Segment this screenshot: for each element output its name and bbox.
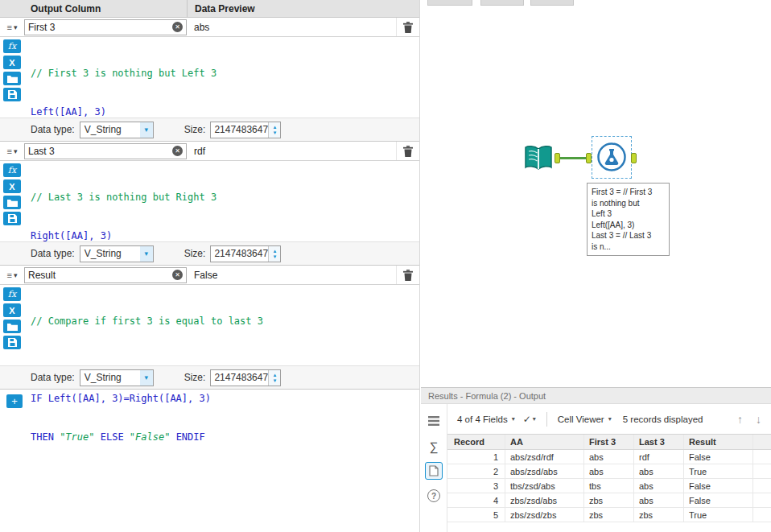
- editor-icon-strip: fx X: [0, 285, 24, 365]
- expression-drag-handle[interactable]: ≡ ▾: [0, 146, 24, 156]
- save-expression-icon[interactable]: [3, 212, 21, 225]
- column-header-last3[interactable]: Last 3: [634, 435, 684, 449]
- check-icon: ✓: [523, 414, 531, 425]
- expression-drag-handle[interactable]: ≡ ▾: [0, 270, 24, 280]
- size-spinner[interactable]: ▴ ▾: [268, 370, 280, 386]
- clear-icon[interactable]: ✕: [172, 146, 183, 156]
- cell-first3[interactable]: abs: [584, 450, 634, 464]
- table-row[interactable]: 4 zbs/zsd/abs zbs abs False: [447, 493, 771, 508]
- connection-line[interactable]: [560, 157, 588, 159]
- help-button[interactable]: ?: [425, 487, 443, 505]
- cell-record[interactable]: 4: [447, 493, 505, 507]
- workflow-canvas[interactable]: First 3 = // First 3 is nothing but Left…: [421, 0, 771, 387]
- variables-icon[interactable]: X: [3, 303, 21, 317]
- toolbar-separator: [546, 412, 547, 427]
- delete-expression-button[interactable]: [397, 270, 419, 281]
- size-input[interactable]: 2147483647 ▴ ▾: [210, 369, 281, 386]
- delete-expression-button[interactable]: [397, 22, 419, 33]
- toolbar-stub: [427, 0, 472, 6]
- cell-result[interactable]: True: [684, 464, 753, 478]
- add-expression-button[interactable]: +: [6, 394, 23, 408]
- expression-editor[interactable]: // Compare if first 3 is equal to last 3…: [24, 285, 419, 365]
- expression-editor[interactable]: // First 3 is nothing but Left 3 Left([A…: [24, 37, 419, 118]
- column-header-aa[interactable]: AA: [505, 435, 584, 449]
- cell-first3[interactable]: zbs: [584, 493, 634, 507]
- cell-first3[interactable]: zbs: [584, 508, 634, 522]
- input-tool-output-anchor[interactable]: [555, 153, 560, 163]
- save-expression-icon[interactable]: [3, 88, 21, 101]
- functions-icon[interactable]: fx: [3, 163, 21, 177]
- table-row[interactable]: 3 tbs/zsd/abs tbs abs False: [447, 479, 771, 493]
- cell-aa[interactable]: zbs/zsd/zbs: [505, 508, 584, 522]
- output-column-input[interactable]: Result ✕: [24, 267, 187, 283]
- functions-icon[interactable]: fx: [3, 287, 21, 301]
- table-row[interactable]: 2 abs/zsd/abs abs abs True: [447, 464, 771, 479]
- cell-aa[interactable]: tbs/zsd/abs: [505, 479, 584, 493]
- cell-last3[interactable]: zbs: [634, 508, 684, 522]
- formula-tool-input-anchor[interactable]: [586, 153, 592, 163]
- cell-last3[interactable]: abs: [634, 479, 684, 493]
- variables-icon[interactable]: X: [3, 179, 21, 193]
- size-input[interactable]: 2147483647 ▴ ▾: [210, 122, 281, 138]
- variables-glyph: X: [9, 306, 14, 315]
- metadata-view-button[interactable]: ∑: [425, 437, 443, 455]
- cell-record[interactable]: 3: [447, 479, 505, 493]
- cell-result[interactable]: False: [684, 450, 753, 464]
- saved-expressions-folder-icon[interactable]: [3, 320, 21, 333]
- save-expression-icon[interactable]: [3, 336, 21, 349]
- table-row[interactable]: 1 abs/zsd/rdf abs rdf False: [447, 450, 771, 464]
- data-type-select[interactable]: V_String ▾: [80, 122, 154, 138]
- expression-editor[interactable]: // Last 3 is nothing but Right 3 Right([…: [24, 161, 419, 241]
- clear-icon[interactable]: ✕: [172, 22, 183, 32]
- grip-icon: ≡: [7, 270, 12, 280]
- cell-last3[interactable]: rdf: [634, 450, 684, 464]
- cell-record[interactable]: 2: [447, 464, 505, 478]
- size-label: Size:: [184, 372, 206, 383]
- variables-icon[interactable]: X: [3, 56, 21, 69]
- formula-tool-output-anchor[interactable]: [631, 153, 637, 163]
- preview-page-button[interactable]: [425, 462, 443, 480]
- formula-tool[interactable]: [596, 142, 627, 175]
- cell-result[interactable]: False: [684, 479, 753, 493]
- clear-icon[interactable]: ✕: [172, 270, 183, 280]
- cell-record[interactable]: 1: [447, 450, 505, 464]
- saved-expressions-folder-icon[interactable]: [3, 196, 21, 209]
- cell-aa[interactable]: abs/zsd/abs: [505, 464, 584, 478]
- scroll-down-icon[interactable]: ↓: [756, 413, 761, 426]
- scroll-up-icon[interactable]: ↑: [737, 413, 743, 426]
- column-header-record[interactable]: Record: [447, 435, 505, 449]
- functions-icon[interactable]: fx: [3, 39, 21, 53]
- output-column-input[interactable]: First 3 ✕: [24, 19, 187, 35]
- expression-drag-handle[interactable]: ≡ ▾: [0, 23, 24, 32]
- size-spinner[interactable]: ▴ ▾: [268, 246, 280, 262]
- size-spinner[interactable]: ▴ ▾: [268, 122, 280, 138]
- cell-result[interactable]: False: [684, 493, 753, 507]
- cell-viewer-dropdown[interactable]: Cell Viewer ▾: [558, 414, 612, 424]
- cell-aa[interactable]: abs/zsd/rdf: [505, 450, 584, 464]
- table-header-row: Record AA First 3 Last 3 Result: [447, 435, 771, 450]
- cell-first3[interactable]: tbs: [584, 479, 634, 493]
- delete-expression-button[interactable]: [397, 146, 419, 157]
- column-header-first3[interactable]: First 3: [584, 435, 634, 449]
- cell-result[interactable]: True: [684, 508, 753, 522]
- size-input[interactable]: 2147483647 ▴ ▾: [210, 245, 281, 262]
- output-column-input[interactable]: Last 3 ✕: [24, 143, 187, 159]
- saved-expressions-folder-icon[interactable]: [3, 72, 21, 85]
- cell-first3[interactable]: abs: [584, 464, 634, 478]
- size-label: Size:: [184, 248, 206, 259]
- data-type-select[interactable]: V_String ▾: [80, 245, 154, 262]
- column-header-result[interactable]: Result: [684, 435, 753, 449]
- cell-last3[interactable]: abs: [634, 464, 684, 478]
- table-row[interactable]: 5 zbs/zsd/zbs zbs zbs True: [447, 508, 771, 522]
- tool-annotation[interactable]: First 3 = // First 3 is nothing but Left…: [587, 183, 670, 256]
- input-data-tool[interactable]: [522, 142, 555, 177]
- save-glyph: [8, 214, 17, 223]
- cell-record[interactable]: 5: [447, 508, 505, 522]
- spinner-down-icon: ▾: [274, 254, 277, 259]
- fields-dropdown[interactable]: 4 of 4 Fields ▾: [457, 414, 515, 424]
- cell-last3[interactable]: abs: [634, 493, 684, 507]
- cell-aa[interactable]: zbs/zsd/abs: [505, 493, 584, 507]
- data-view-button[interactable]: [425, 412, 443, 430]
- apply-selection-button[interactable]: ✓ ▾: [523, 414, 536, 425]
- data-type-select[interactable]: V_String ▾: [80, 369, 154, 386]
